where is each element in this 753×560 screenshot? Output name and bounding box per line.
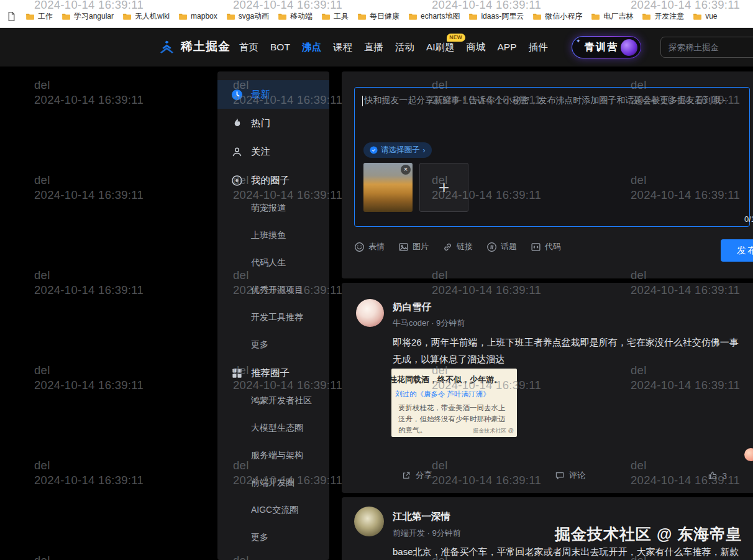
sidebar-item-my-circles[interactable]: 我的圈子 (217, 166, 329, 195)
circle-item[interactable]: 大模型生态圈 (217, 415, 329, 442)
circle-item[interactable]: 优秀开源项目 (217, 277, 329, 304)
emoji-button[interactable]: 表情 (354, 241, 385, 252)
like-button[interactable]: 3 (708, 470, 727, 481)
bookmark-item[interactable]: 微信小程序 (532, 11, 582, 22)
circle-item[interactable]: 上班摸鱼 (217, 222, 329, 249)
folder-icon (532, 12, 542, 21)
tool-label: 图片 (413, 241, 429, 252)
bookmark-item[interactable]: idaas-阿里云 (468, 11, 524, 22)
bookmark-item[interactable]: 移动端 (278, 11, 313, 22)
code-button[interactable]: 代码 (531, 241, 561, 252)
uploaded-image-thumb[interactable]: × (363, 163, 413, 212)
circle-item[interactable]: 萌宠报道 (217, 195, 329, 222)
bookmark-label: 开发注意 (654, 11, 684, 22)
bookmark-item[interactable]: 学习angular (62, 11, 114, 22)
link-icon (442, 242, 453, 252)
share-button[interactable]: 分享 (401, 470, 432, 481)
search-input[interactable] (660, 37, 753, 58)
circle-item[interactable]: 前端开发圈 (217, 469, 329, 497)
like-count: 3 (722, 471, 727, 480)
circle-item[interactable]: 代码人生 (217, 249, 329, 277)
share-label: 分享 (416, 470, 432, 481)
folder-icon (468, 12, 478, 21)
bookmark-label: svga动画 (239, 11, 269, 22)
quote-title: 欲买桂花同载酒，终不似，少年游。 (391, 374, 510, 385)
link-button[interactable]: 链接 (442, 241, 473, 252)
post-content: 即将26，两年半前端，上班下班王者养点盆栽即是所有，宅在家没什么社交仿佛一事无成… (393, 334, 744, 367)
sidebar-item-label: 推荐圈子 (251, 367, 290, 380)
comment-icon (555, 470, 565, 480)
folder-icon (278, 12, 287, 21)
bookmark-item[interactable]: svga动画 (226, 11, 269, 22)
nav-item-label: BOT (270, 42, 290, 52)
quote-source-link[interactable]: 刘过的《唐多令 芦叶满汀洲》 (395, 390, 510, 399)
new-badge: NEW (447, 34, 465, 42)
bookmark-item[interactable]: 工具 (321, 11, 349, 22)
feed-main: 快和掘友一起分享新鲜事！告诉你个小秘密，发布沸点时添加圈子和话题会被更多掘友看到… (342, 71, 753, 560)
image-button[interactable]: 图片 (398, 241, 429, 252)
bookmark-item[interactable]: vue (693, 12, 717, 21)
add-image-button[interactable] (419, 163, 468, 212)
bookmark-item[interactable]: 工作 (25, 11, 53, 22)
bookmark-item[interactable]: 电厂吉林 (591, 11, 633, 22)
sidebar-item-label: 我的圈子 (251, 174, 290, 187)
circle-item[interactable]: 更多 (217, 331, 329, 359)
folder-icon (62, 12, 71, 21)
comment-button[interactable]: 评论 (555, 470, 586, 481)
bookmark-item[interactable]: mapbox (178, 12, 217, 21)
target-icon (231, 175, 243, 186)
nav-item[interactable]: 课程 (333, 41, 352, 54)
circle-item[interactable]: 鸿蒙开发者社区 (217, 387, 329, 415)
tool-label: 链接 (457, 241, 473, 252)
sidebar-item-latest[interactable]: 最新 (217, 80, 329, 109)
remove-image-icon[interactable]: × (401, 165, 411, 175)
youth-camp-button[interactable]: ✦ 青训营 (572, 36, 641, 58)
post-author[interactable]: 江北第一深情 (393, 510, 450, 523)
nav-item[interactable]: BOT (270, 42, 290, 53)
sidebar-item-recommend-circles[interactable]: 推荐圈子 (217, 359, 329, 387)
share-icon (401, 470, 411, 480)
circle-picker-button[interactable]: 请选择圈子 › (363, 142, 432, 158)
juejin-logo[interactable]: 稀土掘金 (158, 39, 230, 55)
circle-item[interactable]: AIGC交流圈 (217, 497, 329, 524)
bookmark-item[interactable]: echarts地图 (408, 11, 460, 22)
tool-label: 话题 (501, 241, 517, 252)
juejin-logo-icon (158, 39, 175, 55)
nav-item-label: 课程 (333, 42, 352, 52)
circle-item[interactable]: 更多 (217, 524, 329, 551)
nav-item[interactable]: 商城 (467, 41, 486, 54)
post-actions: 分享 评论 3 (401, 470, 727, 481)
circle-item[interactable]: 服务端与架构 (217, 442, 329, 469)
bookmark-item[interactable]: 每日健康 (357, 11, 399, 22)
post-author[interactable]: 奶白雪仔 (393, 301, 431, 314)
code-icon (531, 242, 541, 252)
nav-item[interactable]: 沸点 (302, 41, 321, 54)
pin-editor[interactable]: 快和掘友一起分享新鲜事！告诉你个小秘密，发布沸点时添加圈子和话题会被更多掘友看到… (354, 87, 750, 227)
bookmark-item[interactable]: 开发注意 (642, 11, 684, 22)
sidebar-item-hot[interactable]: 热门 (217, 109, 329, 137)
bookmark-label: 微信小程序 (545, 11, 582, 22)
quote-card[interactable]: 欲买桂花同载酒，终不似，少年游。 刘过的《唐多令 芦叶满汀洲》 要折枝桂花，带壶… (391, 369, 517, 437)
avatar[interactable] (356, 299, 384, 327)
sidebar-item-follow[interactable]: 关注 (217, 137, 329, 166)
bookmark-label: echarts地图 (421, 11, 460, 22)
bookmark-item[interactable]: 无人机wiki (122, 11, 170, 22)
bookmark-label: 移动端 (290, 11, 313, 22)
nav-item[interactable]: 插件 (529, 41, 548, 54)
bookmark-label: 每日健康 (370, 11, 399, 22)
nav-item[interactable]: 首页 (239, 41, 258, 54)
nav-item-label: 直播 (364, 42, 383, 52)
circle-item[interactable]: 开发工具推荐 (217, 304, 329, 331)
smiley-icon (354, 242, 365, 252)
nav-item[interactable]: 直播 (364, 41, 383, 54)
grid-icon (231, 367, 243, 379)
nav-item[interactable]: APP (498, 42, 517, 53)
topic-button[interactable]: 话题 (486, 241, 517, 252)
nav-item[interactable]: 活动 (395, 41, 414, 54)
folder-icon (642, 12, 651, 21)
nav-item[interactable]: AI刷题 NEW (426, 41, 455, 54)
page-icon[interactable] (6, 11, 17, 22)
publish-button[interactable]: 发布 (721, 239, 753, 262)
avatar[interactable] (354, 507, 384, 536)
upload-thumbs: × (363, 163, 468, 212)
